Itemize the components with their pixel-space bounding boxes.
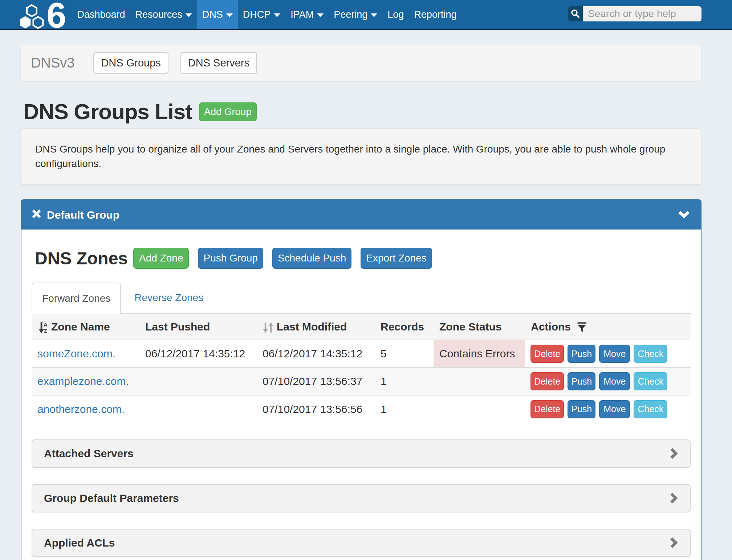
svg-text:A: A bbox=[44, 322, 48, 328]
svg-text:Z: Z bbox=[44, 328, 47, 333]
